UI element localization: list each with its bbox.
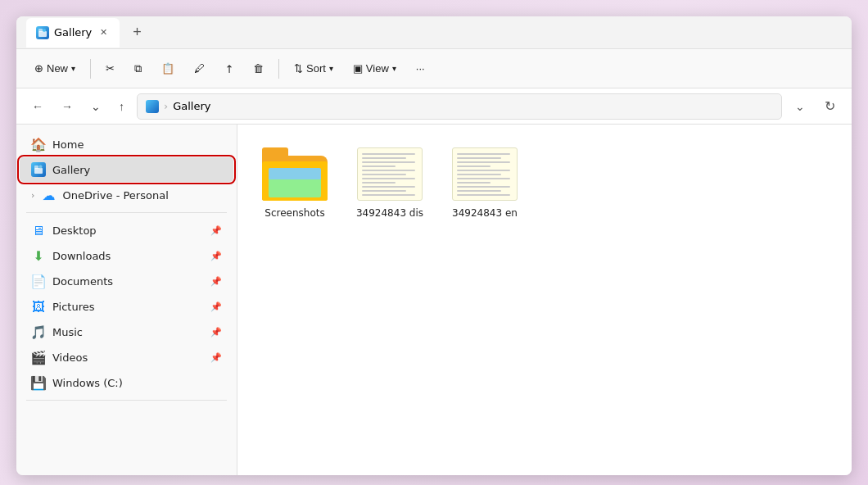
sidebar-item-downloads[interactable]: ⬇ Downloads 📌 [20,243,233,268]
new-tab-button[interactable]: + [126,20,148,44]
sidebar-item-home[interactable]: 🏠 Home [20,132,233,156]
sidebar-item-music[interactable]: 🎵 Music 📌 [20,320,233,344]
sidebar-item-music-label: Music [52,326,83,338]
paste-icon: 📋 [161,62,174,75]
music-icon: 🎵 [31,324,46,339]
sidebar-item-videos-label: Videos [52,351,88,364]
pictures-pin-icon: 📌 [210,301,222,312]
sidebar: 🏠 Home Gallery › [16,125,237,475]
address-dropdown-button[interactable]: ⌄ [789,97,811,116]
sidebar-item-pictures-label: Pictures [52,301,94,313]
windows-drive-icon: 💾 [31,375,46,390]
new-icon: ⊕ [34,62,43,75]
pictures-icon: 🖼 [31,299,46,314]
new-button[interactable]: ⊕ New ▾ [26,58,84,79]
address-input[interactable]: › Gallery [137,93,782,120]
desktop-icon: 🖥 [31,223,46,238]
active-tab[interactable]: Gallery ✕ [26,18,120,48]
tab-label: Gallery [54,26,92,39]
sort-dropdown-icon: ▾ [329,64,333,73]
document-icon-2 [452,147,518,201]
cut-button[interactable]: ✂ [97,58,123,79]
downloads-icon: ⬇ [31,248,46,263]
sidebar-item-desktop[interactable]: 🖥 Desktop 📌 [20,218,233,242]
documents-icon: 📄 [31,274,46,288]
toolbar-separator-2 [278,59,279,79]
view-button[interactable]: ▣ View ▾ [345,58,405,79]
toolbar: ⊕ New ▾ ✂ ⧉ 📋 🖊 ↗ 🗑 ⇅ Sort ▾ ▣ [16,49,852,88]
sidebar-item-home-label: Home [52,138,84,151]
rename-button[interactable]: 🖊 [186,58,213,79]
view-dropdown-icon: ▾ [392,64,396,73]
forward-button[interactable]: → [56,96,79,117]
share-button[interactable]: ↗ [216,58,242,79]
sort-label: Sort [306,62,326,75]
svg-rect-4 [34,165,38,169]
sidebar-item-videos[interactable]: 🎬 Videos 📌 [20,345,233,369]
sort-button[interactable]: ⇅ Sort ▾ [286,58,341,79]
home-icon: 🏠 [31,137,46,152]
sidebar-item-gallery-label: Gallery [52,164,90,176]
file-label-doc1: 34924843 dis [356,207,423,219]
sidebar-divider-2 [26,400,227,401]
folder-icon-screenshots [262,147,328,201]
back-button[interactable]: ← [26,96,49,117]
copy-button[interactable]: ⧉ [126,58,150,79]
documents-pin-icon: 📌 [210,276,222,287]
svg-point-5 [39,165,43,169]
sidebar-item-windows-c[interactable]: 💾 Windows (C:) [20,370,233,395]
address-separator: › [164,100,168,112]
delete-icon: 🗑 [253,62,264,75]
expand-onedrive-icon: › [31,190,34,201]
refresh-button[interactable]: ↻ [818,95,842,117]
view-icon: ▣ [353,62,363,75]
toolbar-separator-1 [90,59,91,79]
videos-pin-icon: 📌 [210,352,222,363]
up-button[interactable]: ↑ [113,96,130,117]
svg-rect-3 [34,168,43,174]
copy-icon: ⧉ [134,62,142,75]
desktop-pin-icon: 📌 [210,225,222,236]
tab-close-button[interactable]: ✕ [97,26,110,39]
title-bar: Gallery ✕ + [16,16,852,49]
main-content: 🏠 Home Gallery › [16,125,852,475]
file-explorer-window: Gallery ✕ + ⊕ New ▾ ✂ ⧉ 📋 🖊 ↗ 🗑 [16,16,852,475]
music-pin-icon: 📌 [210,327,222,338]
address-gallery-icon [146,100,159,113]
view-label: View [366,62,389,75]
videos-icon: 🎬 [31,350,46,365]
sidebar-item-documents-label: Documents [52,275,113,288]
sidebar-item-documents[interactable]: 📄 Documents 📌 [20,269,233,293]
share-icon: ↗ [221,61,236,75]
svg-point-2 [43,29,46,32]
svg-rect-1 [38,29,43,32]
downloads-pin-icon: 📌 [210,251,222,261]
file-item-doc1[interactable]: 34924843 dis [349,141,431,225]
file-label-screenshots: Screenshots [264,207,324,219]
cut-icon: ✂ [106,62,115,75]
more-button[interactable]: ··· [408,58,433,79]
address-bar: ← → ⌄ ↑ › Gallery ⌄ ↻ [16,88,852,125]
sidebar-item-gallery[interactable]: Gallery [20,157,233,182]
address-path: Gallery [173,100,210,112]
sidebar-item-onedrive[interactable]: › ☁ OneDrive - Personal [20,183,233,207]
file-item-doc2[interactable]: 34924843 en [444,141,526,225]
sidebar-divider-1 [26,212,227,213]
more-icon: ··· [416,62,425,75]
sidebar-item-downloads-label: Downloads [52,250,111,262]
new-dropdown-icon: ▾ [71,64,75,73]
sort-icon: ⇅ [294,62,303,75]
sidebar-item-onedrive-label: OneDrive - Personal [62,189,168,202]
new-label: New [47,62,68,75]
tab-gallery-icon [36,26,49,39]
sidebar-item-desktop-label: Desktop [52,224,97,237]
gallery-icon [31,162,46,177]
expand-history-button[interactable]: ⌄ [85,96,106,117]
sidebar-item-windows-c-label: Windows (C:) [52,377,123,389]
file-label-doc2: 34924843 en [452,207,518,219]
delete-button[interactable]: 🗑 [245,58,272,79]
sidebar-item-pictures[interactable]: 🖼 Pictures 📌 [20,294,233,319]
file-item-screenshots[interactable]: Screenshots [254,141,336,225]
onedrive-icon: ☁ [41,188,56,202]
paste-button[interactable]: 📋 [153,58,183,79]
